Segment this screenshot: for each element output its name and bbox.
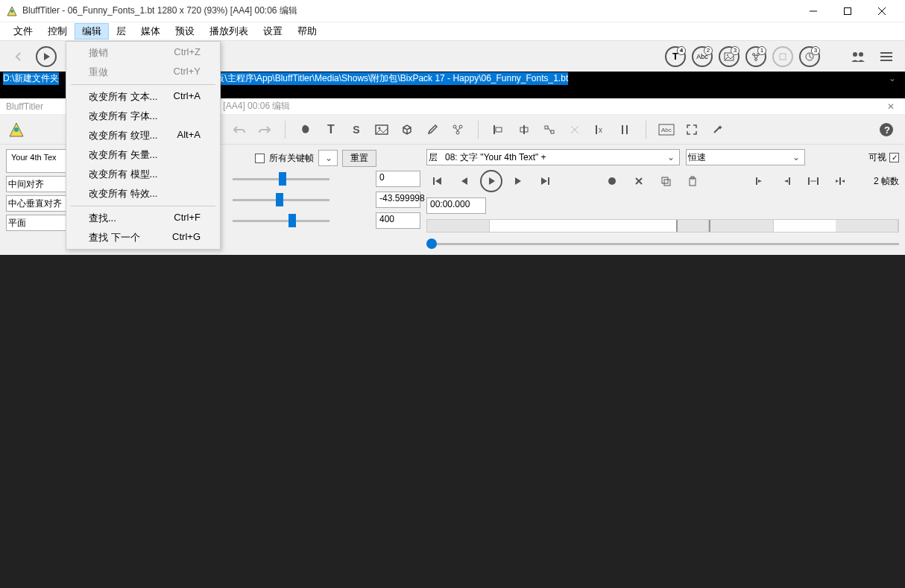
align-cross-icon[interactable] bbox=[564, 118, 586, 141]
align-distribute-icon[interactable] bbox=[538, 118, 561, 141]
menu-separator bbox=[71, 84, 215, 85]
app-logo-icon bbox=[6, 5, 18, 17]
hamburger-icon[interactable] bbox=[875, 45, 898, 68]
menu-file[interactable]: 文件 bbox=[6, 23, 40, 39]
close-button[interactable] bbox=[865, 0, 899, 22]
svg-marker-64 bbox=[758, 180, 762, 183]
scrub-thumb[interactable] bbox=[426, 238, 437, 249]
maximize-button[interactable] bbox=[830, 0, 865, 22]
users-icon[interactable] bbox=[847, 45, 869, 68]
record-button[interactable] bbox=[601, 170, 623, 192]
slider-z[interactable] bbox=[233, 215, 329, 227]
delete-key-button[interactable] bbox=[628, 170, 650, 192]
play-button[interactable] bbox=[480, 170, 502, 192]
prop-select[interactable]: ⌄ bbox=[318, 150, 338, 166]
speed-select[interactable]: 恒速⌄ bbox=[686, 149, 805, 165]
redo-button[interactable] bbox=[253, 118, 276, 141]
menu-change-text[interactable]: 改变所有 文本...Ctrl+A bbox=[68, 87, 218, 107]
sub-close-button[interactable]: ✕ bbox=[883, 101, 899, 112]
svg-marker-51 bbox=[461, 177, 467, 185]
menu-settings[interactable]: 设置 bbox=[256, 23, 290, 39]
chevron-down-icon: ⌄ bbox=[664, 152, 678, 162]
reset-button[interactable]: 重置 bbox=[342, 150, 376, 167]
value-z[interactable]: 400 bbox=[376, 212, 420, 229]
svg-line-30 bbox=[458, 127, 460, 131]
menu-playlist[interactable]: 播放列表 bbox=[202, 23, 256, 39]
menu-change-model[interactable]: 改变所有 模型... bbox=[68, 165, 218, 184]
help-icon[interactable]: ? bbox=[875, 118, 898, 141]
scrub-bar[interactable] bbox=[426, 237, 899, 250]
goto-start-button[interactable] bbox=[426, 170, 449, 192]
allkeys-checkbox[interactable] bbox=[255, 154, 265, 163]
menu-edit[interactable]: 编辑 bbox=[75, 23, 109, 39]
align-ll-icon[interactable] bbox=[614, 118, 637, 141]
clock-button[interactable]: 3 bbox=[799, 46, 820, 67]
visible-checkbox[interactable]: ✓ bbox=[889, 153, 899, 162]
step-back-button[interactable] bbox=[453, 170, 476, 192]
playback-column: 层 08: 文字 "Your 4th Text" +⌄ 恒速⌄ 可视 ✓ bbox=[426, 149, 899, 250]
align-center-icon[interactable] bbox=[513, 118, 535, 141]
align-left-icon[interactable] bbox=[488, 118, 510, 141]
value-y[interactable]: -43.599998 bbox=[376, 192, 420, 208]
image-layer-button[interactable]: 3 bbox=[719, 46, 740, 67]
paste-button[interactable] bbox=[681, 170, 704, 192]
svg-rect-35 bbox=[545, 126, 548, 129]
menu-help[interactable]: 帮助 bbox=[290, 23, 324, 39]
blob-icon[interactable] bbox=[294, 118, 317, 141]
text-layer-button[interactable]: T4 bbox=[665, 46, 686, 67]
slider-y[interactable] bbox=[233, 194, 329, 206]
slider-x[interactable] bbox=[233, 173, 329, 185]
fx-layer-button[interactable]: 1 bbox=[745, 46, 766, 67]
abc-layer-button[interactable]: Abc2 bbox=[692, 46, 713, 67]
chevron-down-icon: ⌄ bbox=[322, 153, 335, 163]
cube-icon[interactable] bbox=[396, 118, 418, 141]
step-fwd-button[interactable] bbox=[507, 170, 529, 192]
app-logo-icon bbox=[7, 121, 25, 139]
marker-out-icon[interactable] bbox=[775, 170, 798, 192]
svg-point-17 bbox=[853, 52, 857, 57]
copy-button[interactable] bbox=[655, 170, 677, 192]
svg-line-16 bbox=[810, 57, 812, 58]
expand-icon[interactable] bbox=[681, 118, 703, 141]
menu-redo[interactable]: 重做Ctrl+Y bbox=[68, 63, 218, 82]
marker-center-icon[interactable] bbox=[829, 170, 851, 192]
undo-button[interactable] bbox=[228, 118, 250, 141]
layer-select[interactable]: 层 08: 文字 "Your 4th Text" +⌄ bbox=[426, 149, 680, 165]
menu-undo[interactable]: 撤销Ctrl+Z bbox=[68, 43, 218, 63]
wand-icon[interactable] bbox=[706, 118, 728, 141]
svg-marker-65 bbox=[784, 180, 788, 183]
menu-layer[interactable]: 层 bbox=[109, 23, 133, 39]
back-button[interactable] bbox=[7, 45, 30, 68]
menu-find[interactable]: 查找...Ctrl+F bbox=[68, 209, 218, 228]
menu-preset[interactable]: 预设 bbox=[168, 23, 202, 39]
menu-change-effect[interactable]: 改变所有 特效... bbox=[68, 184, 218, 203]
eyedropper-icon[interactable] bbox=[421, 118, 444, 141]
nodes-icon[interactable] bbox=[447, 118, 469, 141]
timeline[interactable] bbox=[426, 219, 899, 233]
container-button[interactable] bbox=[772, 46, 793, 67]
value-x[interactable]: 0 bbox=[376, 171, 420, 187]
marker-range-icon[interactable] bbox=[802, 170, 824, 192]
abc-box-icon[interactable]: Abc bbox=[655, 118, 678, 141]
menu-find-next[interactable]: 查找 下一个Ctrl+G bbox=[68, 228, 218, 247]
menubar: 文件 控制 编辑 层 媒体 预设 播放列表 设置 帮助 bbox=[0, 22, 905, 40]
play-main-button[interactable] bbox=[36, 46, 57, 67]
minimize-button[interactable] bbox=[796, 0, 830, 22]
image-icon[interactable] bbox=[370, 118, 393, 141]
marker-in-icon[interactable] bbox=[748, 170, 771, 192]
svg-point-10 bbox=[753, 53, 755, 55]
preview-viewport[interactable] bbox=[0, 255, 905, 588]
menu-media[interactable]: 媒体 bbox=[133, 23, 168, 39]
text-T-icon[interactable]: T bbox=[320, 118, 342, 141]
menu-change-vector[interactable]: 改变所有 矢量... bbox=[68, 145, 218, 165]
svg-marker-54 bbox=[541, 177, 547, 185]
goto-end-button[interactable] bbox=[534, 170, 556, 192]
menu-change-font[interactable]: 改变所有 字体... bbox=[68, 107, 218, 126]
path-dropdown-icon[interactable]: ⌄ bbox=[883, 73, 902, 83]
time-input[interactable]: 00:00.000 bbox=[426, 197, 486, 214]
text-s-icon[interactable]: S bbox=[345, 118, 368, 141]
menu-change-texture[interactable]: 改变所有 纹理...Alt+A bbox=[68, 126, 218, 145]
menu-control[interactable]: 控制 bbox=[40, 23, 75, 39]
svg-rect-36 bbox=[551, 130, 554, 133]
align-lx-icon[interactable]: x bbox=[589, 118, 611, 141]
